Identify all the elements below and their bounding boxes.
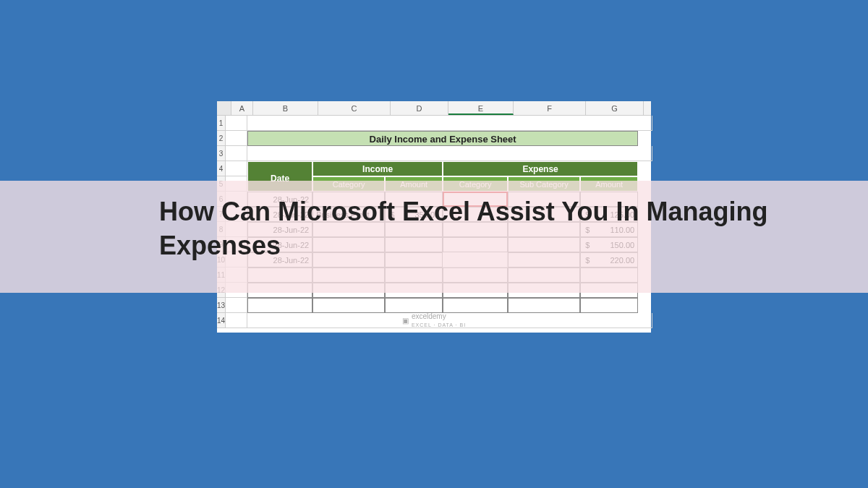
watermark-sub: EXCEL · DATA · BI <box>412 322 466 328</box>
select-all-corner[interactable] <box>217 101 231 115</box>
watermark-logo: ▣ exceldemy EXCEL · DATA · BI <box>402 312 466 328</box>
row-header-1[interactable]: 1 <box>217 116 226 131</box>
excel-icon: ▣ <box>402 317 409 325</box>
row-header-3[interactable]: 3 <box>217 146 226 161</box>
row-header-4[interactable]: 4 <box>217 161 226 176</box>
cell-A14[interactable] <box>226 313 247 328</box>
cell-E13[interactable] <box>443 298 508 313</box>
cell-A4[interactable] <box>226 161 247 176</box>
cell-G13[interactable] <box>580 298 638 313</box>
sheet-title[interactable]: Daily Income and Expense Sheet <box>247 131 638 146</box>
col-header-E[interactable]: E <box>448 101 514 115</box>
overlay-title: How Can Microsoft Excel Assist You In Ma… <box>159 195 868 263</box>
cell-F13[interactable] <box>508 298 580 313</box>
hdr-expense[interactable]: Expense <box>443 161 638 176</box>
cell-BG1[interactable] <box>247 116 652 131</box>
watermark-brand: exceldemy <box>412 312 466 320</box>
col-header-F[interactable]: F <box>514 101 586 115</box>
cell-A13[interactable] <box>226 298 247 313</box>
col-header-D[interactable]: D <box>391 101 448 115</box>
cell-C13[interactable] <box>312 298 385 313</box>
cell-A2[interactable] <box>226 131 247 146</box>
col-header-row: A B C D E F G <box>217 101 651 116</box>
col-header-C[interactable]: C <box>318 101 391 115</box>
cell-A3[interactable] <box>226 146 247 161</box>
col-header-G[interactable]: G <box>586 101 644 115</box>
cell-BG3[interactable] <box>247 146 652 161</box>
row-header-2[interactable]: 2 <box>217 131 226 146</box>
row-header-14[interactable]: 14 <box>217 313 226 328</box>
hdr-income[interactable]: Income <box>312 161 443 176</box>
cell-D13[interactable] <box>385 298 443 313</box>
col-header-B[interactable]: B <box>253 101 318 115</box>
cell-A1[interactable] <box>226 116 247 131</box>
cell-B13[interactable] <box>247 298 312 313</box>
col-header-A[interactable]: A <box>231 101 253 115</box>
row-header-13[interactable]: 13 <box>217 298 226 313</box>
